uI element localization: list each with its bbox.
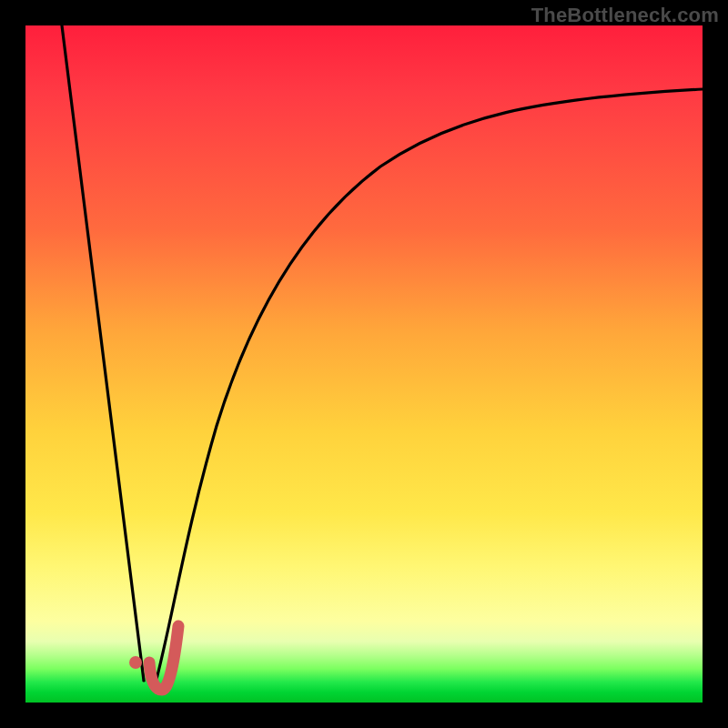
hook-dot (129, 656, 142, 669)
left-descent-line (62, 25, 144, 681)
curves-layer (25, 25, 703, 703)
right-ascent-curve (155, 89, 703, 686)
chart-frame: TheBottleneck.com (0, 0, 728, 728)
hook-mark (149, 626, 178, 690)
watermark-text: TheBottleneck.com (531, 4, 719, 27)
